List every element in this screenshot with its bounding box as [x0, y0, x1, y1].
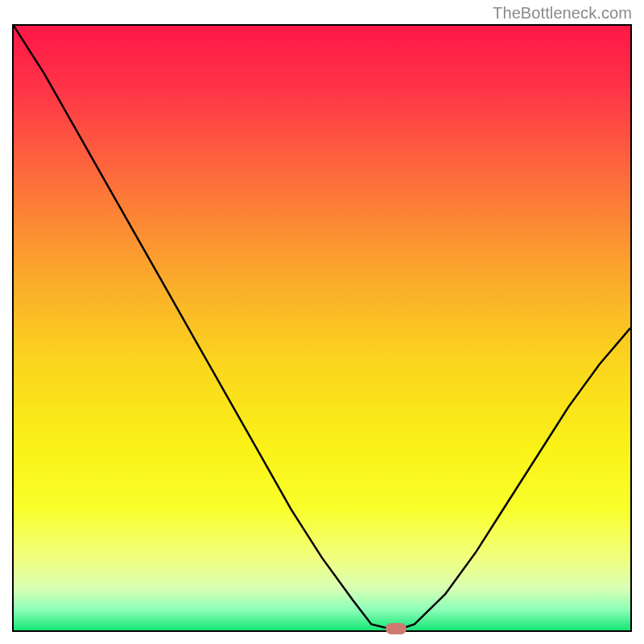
chart-frame	[12, 24, 632, 632]
watermark-text: TheBottleneck.com	[493, 4, 632, 23]
chart-curve	[14, 26, 630, 630]
bottleneck-marker	[386, 623, 407, 634]
